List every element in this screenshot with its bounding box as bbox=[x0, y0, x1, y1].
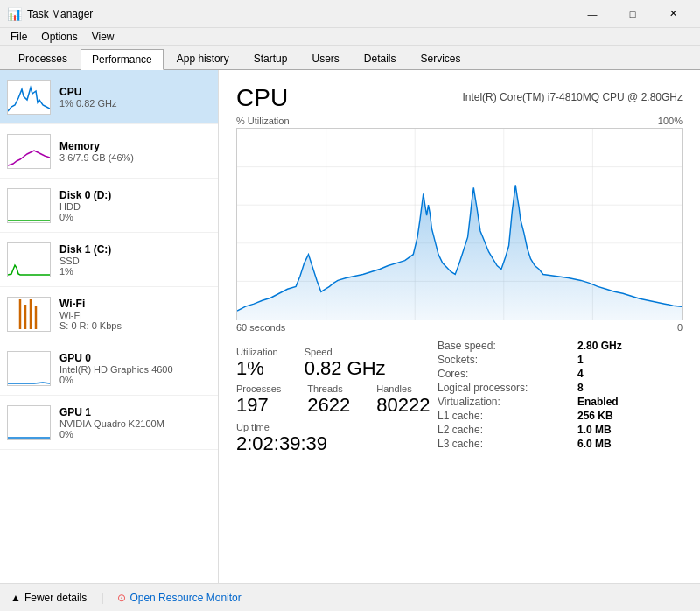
chevron-up-icon: ▲ bbox=[10, 592, 21, 604]
detail-title: CPU bbox=[236, 84, 288, 112]
stat-label-threads: Threads bbox=[307, 383, 350, 394]
stat-value-utilization: 1% bbox=[236, 357, 278, 380]
sidebar-thumb-gpu1 bbox=[7, 405, 51, 440]
cpu-chart bbox=[237, 129, 682, 320]
sidebar-info-gpu0: GPU 0 Intel(R) HD Graphics 4600 0% bbox=[60, 352, 211, 385]
menu-bar: File Options View bbox=[0, 28, 700, 46]
sidebar-thumb-gpu0 bbox=[7, 351, 51, 386]
sidebar-info-memory: Memory 3.6/7.9 GB (46%) bbox=[60, 140, 211, 163]
stat-label-processes: Processes bbox=[236, 383, 281, 394]
spec-key-logical: Logical processors: bbox=[438, 382, 578, 394]
sidebar-info-cpu: CPU 1% 0.82 GHz bbox=[60, 86, 211, 109]
tab-services[interactable]: Services bbox=[410, 48, 472, 69]
sidebar-thumb-disk0 bbox=[7, 188, 51, 223]
bottom-separator: | bbox=[101, 592, 103, 604]
spec-base-speed: Base speed: 2.80 GHz bbox=[438, 340, 682, 352]
sidebar-val-wifi: S: 0 R: 0 Kbps bbox=[60, 320, 211, 331]
spec-sockets: Sockets: 1 bbox=[438, 354, 682, 366]
tab-app-history[interactable]: App history bbox=[165, 48, 241, 69]
stat-processes: Processes 197 bbox=[236, 383, 281, 417]
fewer-details-label: Fewer details bbox=[24, 592, 87, 604]
stat-value-uptime: 2:02:39:39 bbox=[236, 432, 438, 455]
sidebar-sub-disk0: HDD bbox=[60, 201, 211, 212]
sidebar-info-gpu1: GPU 1 NVIDIA Quadro K2100M 0% bbox=[60, 406, 211, 439]
sidebar-thumb-disk1 bbox=[7, 242, 51, 277]
spec-val-l1: 256 KB bbox=[578, 410, 613, 422]
sidebar-item-disk1[interactable]: Disk 1 (C:) SSD 1% bbox=[0, 233, 218, 287]
sidebar-sub-gpu0: Intel(R) HD Graphics 4600 bbox=[60, 364, 211, 375]
chart-time-right: 0 bbox=[677, 322, 682, 333]
stat-value-handles: 80222 bbox=[376, 394, 430, 417]
chart-label-max: 100% bbox=[658, 116, 682, 126]
sidebar-info-disk1: Disk 1 (C:) SSD 1% bbox=[60, 243, 211, 277]
spec-l1cache: L1 cache: 256 KB bbox=[438, 410, 682, 422]
sidebar-item-wifi[interactable]: Wi-Fi Wi-Fi S: 0 R: 0 Kbps bbox=[0, 287, 218, 341]
spec-key-virt: Virtualization: bbox=[438, 396, 578, 408]
chart-area: % Utilization 100% bbox=[236, 116, 682, 333]
tab-bar: Processes Performance App history Startu… bbox=[0, 46, 700, 70]
open-resource-monitor-link[interactable]: ⊙ Open Resource Monitor bbox=[117, 592, 241, 604]
detail-panel: CPU Intel(R) Core(TM) i7-4810MQ CPU @ 2.… bbox=[219, 70, 700, 583]
sidebar-info-wifi: Wi-Fi Wi-Fi S: 0 R: 0 Kbps bbox=[60, 298, 211, 331]
spec-val-virt: Enabled bbox=[578, 396, 619, 408]
stat-label-uptime: Up time bbox=[236, 422, 438, 432]
sidebar-item-cpu[interactable]: CPU 1% 0.82 GHz bbox=[0, 70, 218, 124]
stat-speed: Speed 0.82 GHz bbox=[304, 347, 386, 380]
maximize-button[interactable]: □ bbox=[612, 0, 653, 28]
stat-label-speed: Speed bbox=[304, 347, 386, 357]
tab-performance[interactable]: Performance bbox=[80, 49, 164, 70]
title-bar: 📊 Task Manager — □ ✕ bbox=[0, 0, 700, 28]
sidebar-val-memory: 3.6/7.9 GB (46%) bbox=[60, 152, 211, 163]
spec-val-cores: 4 bbox=[578, 368, 584, 380]
sidebar-val-gpu0: 0% bbox=[60, 375, 211, 385]
sidebar-sub-wifi: Wi-Fi bbox=[60, 310, 211, 320]
sidebar-val-disk0: 0% bbox=[60, 212, 211, 222]
sidebar-val-disk1: 1% bbox=[60, 266, 211, 277]
sidebar-thumb-memory bbox=[7, 134, 51, 169]
chart-labels-bottom: 60 seconds 0 bbox=[236, 322, 682, 333]
stat-value-threads: 2622 bbox=[307, 394, 350, 417]
sidebar-label-cpu: CPU bbox=[60, 86, 211, 98]
resource-monitor-icon: ⊙ bbox=[117, 592, 126, 604]
detail-header: CPU Intel(R) Core(TM) i7-4810MQ CPU @ 2.… bbox=[236, 84, 682, 112]
tab-processes[interactable]: Processes bbox=[7, 48, 79, 69]
spec-val-l3: 6.0 MB bbox=[578, 438, 612, 450]
spec-val-sockets: 1 bbox=[578, 354, 584, 366]
fewer-details-button[interactable]: ▲ Fewer details bbox=[10, 592, 87, 604]
spec-key-l1: L1 cache: bbox=[438, 410, 578, 422]
spec-val-base-speed: 2.80 GHz bbox=[578, 340, 622, 352]
menu-options[interactable]: Options bbox=[34, 28, 84, 46]
sidebar-item-gpu1[interactable]: GPU 1 NVIDIA Quadro K2100M 0% bbox=[0, 396, 218, 450]
stat-utilization: Utilization 1% bbox=[236, 347, 278, 380]
menu-file[interactable]: File bbox=[4, 28, 34, 46]
sidebar-thumb-wifi bbox=[7, 297, 51, 332]
app-icon: 📊 bbox=[7, 7, 22, 21]
sidebar-info-disk0: Disk 0 (D:) HDD 0% bbox=[60, 189, 211, 222]
spec-key-l3: L3 cache: bbox=[438, 438, 578, 450]
close-button[interactable]: ✕ bbox=[653, 0, 693, 28]
sidebar-item-disk0[interactable]: Disk 0 (D:) HDD 0% bbox=[0, 179, 218, 233]
tab-users[interactable]: Users bbox=[300, 48, 350, 69]
spec-val-logical: 8 bbox=[578, 382, 584, 394]
sidebar-item-gpu0[interactable]: GPU 0 Intel(R) HD Graphics 4600 0% bbox=[0, 341, 218, 396]
stat-threads: Threads 2622 bbox=[307, 383, 350, 417]
chart-time-left: 60 seconds bbox=[236, 322, 285, 333]
sidebar-label-memory: Memory bbox=[60, 140, 211, 152]
chart-container bbox=[236, 128, 682, 320]
sidebar-item-memory[interactable]: Memory 3.6/7.9 GB (46%) bbox=[0, 124, 218, 179]
stats-bottom: Utilization 1% Speed 0.82 GHz Processes … bbox=[236, 340, 682, 455]
spec-table: Base speed: 2.80 GHz Sockets: 1 Cores: 4… bbox=[438, 340, 682, 450]
detail-model: Intel(R) Core(TM) i7-4810MQ CPU @ 2.80GH… bbox=[462, 91, 682, 103]
stats-row2: Processes 197 Threads 2622 Handles 80222 bbox=[236, 383, 438, 417]
menu-view[interactable]: View bbox=[85, 28, 122, 46]
tab-details[interactable]: Details bbox=[353, 48, 408, 69]
stats-left: Utilization 1% Speed 0.82 GHz Processes … bbox=[236, 340, 438, 455]
open-resource-monitor-label: Open Resource Monitor bbox=[130, 592, 241, 604]
sidebar: CPU 1% 0.82 GHz Memory 3.6/7.9 GB (46%) bbox=[0, 70, 219, 583]
stat-handles: Handles 80222 bbox=[376, 383, 430, 417]
tab-startup[interactable]: Startup bbox=[242, 48, 299, 69]
sidebar-val-cpu: 1% 0.82 GHz bbox=[60, 98, 211, 109]
minimize-button[interactable]: — bbox=[572, 0, 612, 28]
sidebar-thumb-cpu bbox=[7, 80, 51, 115]
stat-uptime-group: Up time 2:02:39:39 bbox=[236, 422, 438, 455]
